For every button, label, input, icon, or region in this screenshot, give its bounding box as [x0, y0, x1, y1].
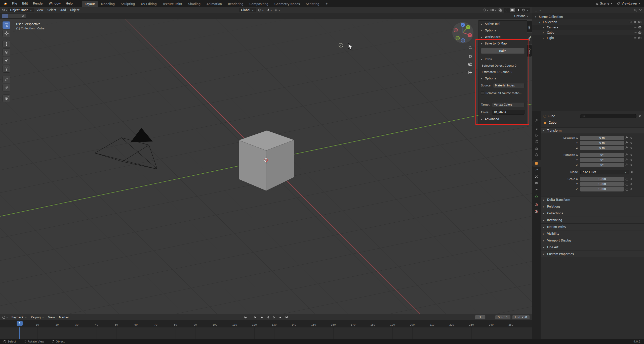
viewport-3d[interactable]: User Perspective (1) Collection | Cube	[0, 19, 532, 314]
disable-render-icon[interactable]	[638, 26, 641, 29]
panel-bake-options[interactable]: ▾ Options	[479, 75, 527, 82]
tab-constraints[interactable]	[532, 186, 541, 193]
disable-render-icon[interactable]	[638, 31, 641, 34]
menu-file[interactable]: File	[10, 0, 20, 7]
outliner-row-cube[interactable]: ▸Cube	[532, 30, 644, 35]
animate-dot-icon[interactable]	[629, 178, 633, 180]
transform-panel-header[interactable]: ▾ Transform	[541, 127, 644, 133]
outliner-editor-type-icon[interactable]	[534, 9, 538, 12]
start-frame-field[interactable]: Start 1	[495, 315, 511, 320]
lock-icon[interactable]	[625, 177, 629, 181]
shading-wireframe-button[interactable]	[505, 8, 509, 12]
disclosure-icon[interactable]: ▸	[542, 37, 545, 39]
blender-menu-button[interactable]	[0, 0, 10, 7]
viewport-menu-object[interactable]: Object	[68, 7, 81, 13]
disclosure-icon[interactable]: ▾	[538, 21, 541, 23]
tab-render[interactable]	[532, 125, 541, 132]
panel-relations[interactable]: ▸Relations	[541, 203, 644, 210]
tab-compositing[interactable]: Compositing	[246, 1, 271, 7]
select-mode-intersect-button[interactable]	[20, 14, 26, 19]
rotation-z-field[interactable]: 0°	[580, 163, 624, 167]
outliner-row-collection[interactable]: ▾Collection	[532, 19, 644, 25]
tab-particles[interactable]	[532, 173, 541, 180]
tab-sculpting[interactable]: Sculpting	[118, 1, 138, 7]
outliner-search-icon[interactable]	[634, 9, 637, 12]
timeline-menu-keying[interactable]: Keying⌄	[29, 314, 46, 320]
target-dropdown[interactable]: Vertex Colors ⌄	[492, 102, 525, 107]
panel-visibility[interactable]: ▸Visibility	[541, 230, 644, 237]
tool-add-cube[interactable]	[3, 94, 10, 102]
current-frame-field[interactable]: 1	[475, 315, 486, 320]
panel-options[interactable]: ▸Options	[479, 27, 527, 34]
panel-motion-paths[interactable]: ▸Motion Paths	[541, 223, 644, 230]
outliner-row-camera[interactable]: ▸Camera	[532, 25, 644, 30]
timeline-ruler[interactable]: 1 10203040506070809010011012013014015016…	[0, 320, 532, 327]
disclosure-icon[interactable]: ▾	[534, 16, 537, 18]
panel-workspace[interactable]: ▸Workspace	[479, 34, 527, 40]
tab-world[interactable]	[532, 152, 541, 158]
zoom-icon[interactable]	[467, 44, 473, 51]
tool-measure[interactable]	[3, 84, 10, 91]
ortho-toggle-icon[interactable]	[467, 69, 473, 75]
editor-type-button[interactable]: ⌄	[2, 8, 8, 12]
tab-rendering[interactable]: Rendering	[225, 1, 246, 7]
tool-select-box[interactable]	[3, 21, 10, 29]
rotation-y-field[interactable]: 0°	[580, 158, 624, 162]
viewport-menu-view[interactable]: View	[34, 7, 45, 13]
scale-y-field[interactable]: 1.000	[580, 182, 624, 186]
tool-annotate[interactable]	[3, 76, 10, 83]
orientation-dropdown[interactable]: Global⌄	[239, 8, 256, 12]
panel-bake-to-id-map[interactable]: ▾ Bake to ID Map	[479, 40, 527, 47]
tab-texture-paint[interactable]: Texture Paint	[160, 1, 185, 7]
xray-toggle-icon[interactable]	[498, 8, 502, 12]
play-reverse-icon[interactable]	[265, 315, 270, 320]
lock-icon[interactable]	[625, 182, 629, 186]
viewlayer-selector[interactable]: ViewLayer	[617, 2, 640, 5]
play-icon[interactable]	[271, 315, 277, 320]
lock-icon[interactable]	[625, 158, 629, 162]
menu-edit[interactable]: Edit	[20, 0, 30, 7]
panel-viewport-display[interactable]: ▸Viewport Display	[541, 237, 644, 244]
tab-uv-editing[interactable]: UV Editing	[138, 1, 160, 7]
tab-physics[interactable]	[532, 180, 541, 186]
panel-line-art[interactable]: ▸Line Art	[541, 244, 644, 251]
select-mode-extend-button[interactable]	[8, 14, 14, 19]
select-mode-subtract-button[interactable]	[14, 14, 20, 19]
timeline-tracks[interactable]	[0, 327, 532, 339]
tab-object[interactable]	[532, 160, 541, 167]
tool-rotate[interactable]	[3, 48, 10, 56]
tab-layout[interactable]: Layout	[82, 1, 98, 7]
tab-shading[interactable]: Shading	[185, 1, 204, 7]
select-mode-new-button[interactable]	[2, 14, 8, 19]
disable-render-icon[interactable]	[638, 36, 641, 39]
panel-collections[interactable]: ▸Collections	[541, 210, 644, 217]
collection-checkbox[interactable]	[629, 20, 632, 24]
menu-window[interactable]: Window	[46, 0, 63, 7]
active-object-row[interactable]: Cube	[541, 119, 644, 126]
prev-keyframe-icon[interactable]	[259, 315, 264, 320]
properties-search-input[interactable]	[580, 114, 636, 118]
tool-cursor[interactable]	[3, 30, 10, 37]
jump-to-start-icon[interactable]	[252, 315, 258, 320]
timeline-editor-type-button[interactable]: ⌄	[2, 316, 8, 319]
viewport-menu-select[interactable]: Select	[46, 7, 58, 13]
hide-eye-icon[interactable]	[633, 26, 637, 29]
panel-delta-transform[interactable]: ▸Delta Transform	[541, 196, 644, 203]
hide-eye-icon[interactable]	[633, 31, 637, 34]
lock-icon[interactable]	[625, 136, 629, 139]
animate-dot-icon[interactable]	[629, 164, 633, 166]
location-z-field[interactable]: 0 m	[580, 146, 624, 150]
animate-dot-icon[interactable]	[629, 159, 633, 161]
location-y-field[interactable]: 0 m	[580, 141, 624, 145]
auto-keying-icon[interactable]	[243, 315, 248, 320]
color-attribute-field[interactable]: ID_MASK	[492, 110, 525, 115]
npanel-tab-view[interactable]: View	[527, 45, 532, 57]
tab-output[interactable]	[532, 132, 541, 138]
menu-render[interactable]: Render	[30, 0, 46, 7]
proportional-editing-icon[interactable]: ⌄	[274, 8, 280, 12]
shading-rendered-button[interactable]	[521, 8, 526, 12]
viewlayer-close-icon[interactable]	[638, 3, 640, 5]
hide-eye-icon[interactable]	[633, 20, 637, 24]
playhead[interactable]: 1	[17, 321, 23, 326]
show-gizmo-icon[interactable]: ⌄	[482, 8, 489, 12]
